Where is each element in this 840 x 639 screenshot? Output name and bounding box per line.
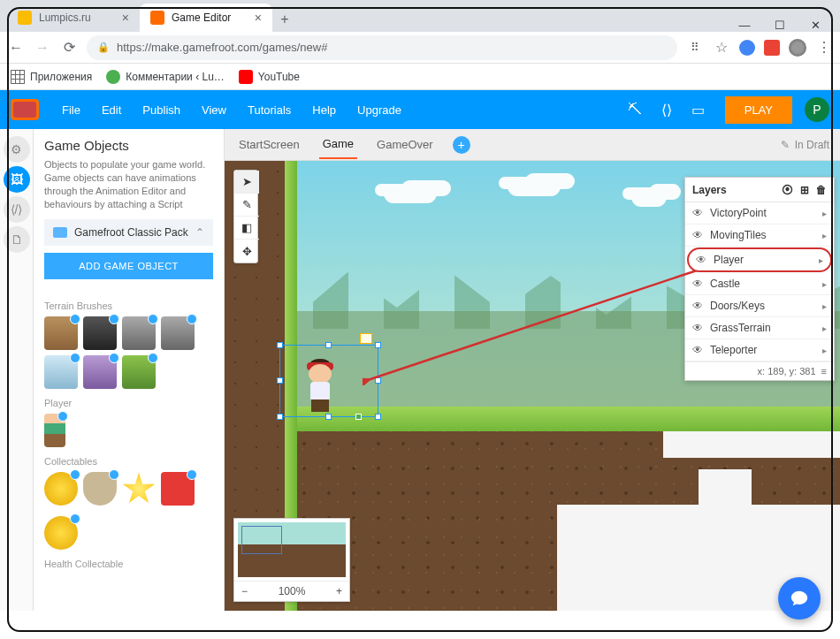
layer-row[interactable]: 👁GrassTerrain▸ — [685, 317, 834, 339]
app-header: File Edit Publish View Tutorials Help Up… — [0, 90, 840, 129]
move-tool[interactable]: ✥ — [234, 240, 259, 262]
player-sprite[interactable] — [302, 359, 339, 414]
scene-tab-game[interactable]: Game — [319, 130, 357, 159]
delete-layer-button[interactable]: 🗑 — [816, 184, 827, 196]
folder-label: Gamefroot Classic Pack — [74, 226, 188, 239]
collectable-object[interactable] — [83, 472, 117, 506]
menu-view[interactable]: View — [193, 103, 235, 117]
translate-icon[interactable]: ⠿ — [686, 39, 704, 57]
scene-tab-startscreen[interactable]: StartScreen — [235, 131, 303, 158]
visibility-icon[interactable]: 👁 — [692, 344, 703, 356]
menu-upgrade[interactable]: Upgrade — [348, 103, 410, 117]
visibility-icon[interactable]: 👁 — [692, 300, 703, 312]
layer-row[interactable]: 👁MovingTiles▸ — [685, 224, 834, 247]
panel-title: Game Objects — [44, 138, 213, 153]
menu-publish[interactable]: Publish — [134, 103, 189, 117]
profile-avatar[interactable] — [789, 39, 806, 57]
scene-tab-gameover[interactable]: GameOver — [373, 131, 437, 158]
add-scene-button[interactable]: + — [453, 136, 470, 154]
user-avatar[interactable]: P — [805, 97, 829, 122]
chat-fab[interactable] — [778, 577, 821, 620]
menu-tutorials[interactable]: Tutorials — [239, 103, 300, 117]
minimap-view[interactable] — [238, 522, 346, 577]
code-icon[interactable]: ⟨⟩ — [656, 99, 677, 120]
visibility-icon[interactable]: 👁 — [696, 254, 706, 266]
marketplace-icon[interactable]: ⛏ — [624, 99, 645, 120]
layer-row-player[interactable]: 👁Player▸ — [687, 247, 832, 272]
sidetab-settings[interactable]: ⚙ — [4, 136, 30, 163]
chevron-right-icon: ▸ — [822, 323, 827, 333]
drag-handle-icon[interactable]: ≡ — [821, 366, 827, 377]
forward-button[interactable]: → — [34, 39, 51, 57]
visibility-icon[interactable]: 👁 — [692, 322, 703, 334]
draft-status[interactable]: ✎In Draft — [781, 139, 829, 151]
window-close-button[interactable]: ✕ — [798, 19, 833, 32]
url-input[interactable]: 🔒 https://make.gamefroot.com/games/new# — [87, 35, 677, 60]
section-terrain: Terrain Brushes — [44, 300, 213, 311]
pack-folder[interactable]: Gamefroot Classic Pack — [44, 219, 213, 246]
add-game-object-button[interactable]: ADD GAME OBJECT — [44, 253, 213, 279]
layer-row[interactable]: 👁Teleporter▸ — [685, 339, 834, 361]
terrain-brush[interactable] — [44, 316, 78, 350]
extension-icon[interactable] — [764, 40, 780, 56]
visibility-icon[interactable]: 👁 — [692, 229, 703, 241]
collectable-object[interactable] — [161, 472, 195, 506]
folder-icon[interactable]: ▭ — [688, 99, 709, 120]
collectable-object[interactable] — [44, 516, 78, 550]
chevron-right-icon: ▸ — [822, 346, 827, 355]
layer-row[interactable]: 👁VictoryPoint▸ — [685, 202, 834, 224]
bookmarks-bar: Приложения Комментарии ‹ Lu… YouTube — [0, 64, 840, 90]
window-minimize-button[interactable]: — — [727, 19, 762, 32]
cloud-sprite — [384, 184, 437, 203]
folder-icon — [53, 227, 67, 238]
zoom-out-button[interactable]: − — [241, 585, 248, 597]
menu-edit[interactable]: Edit — [93, 103, 130, 117]
bookmark-item[interactable]: YouTube — [239, 70, 300, 84]
bookmark-item[interactable]: Комментарии ‹ Lu… — [106, 70, 225, 84]
collectable-object[interactable] — [122, 472, 156, 506]
sidetab-scripts[interactable]: ⟨/⟩ — [4, 196, 30, 223]
collectable-object[interactable] — [44, 472, 78, 506]
origin-marker — [360, 333, 372, 344]
terrain-brush[interactable] — [83, 316, 117, 350]
player-object[interactable] — [44, 414, 65, 447]
extension-icon[interactable] — [739, 40, 755, 56]
browser-tab-1[interactable]: Game Editor × — [140, 4, 272, 32]
sidetab-assets[interactable]: 🗋 — [4, 226, 30, 253]
brush-tool[interactable]: ✎ — [234, 194, 259, 217]
sidetab-objects[interactable]: 🖼 — [4, 166, 30, 193]
menu-file[interactable]: File — [53, 103, 89, 117]
visibility-icon[interactable]: 👁 — [692, 207, 703, 219]
layer-row[interactable]: 👁Castle▸ — [685, 273, 834, 295]
reload-button[interactable]: ⟳ — [60, 39, 78, 57]
terrain-brush[interactable] — [83, 355, 117, 389]
eraser-tool[interactable]: ◧ — [234, 217, 259, 240]
section-player: Player — [44, 398, 213, 408]
scene-tabs: StartScreen Game GameOver + ✎In Draft — [225, 129, 840, 161]
terrain-brush[interactable] — [122, 316, 156, 350]
menu-icon[interactable]: ⋮ — [815, 39, 833, 57]
back-button[interactable]: ← — [7, 39, 25, 57]
terrain-brush[interactable] — [161, 316, 195, 350]
window-maximize-button[interactable]: ☐ — [762, 19, 798, 32]
zoom-in-button[interactable]: + — [336, 585, 342, 597]
visibility-icon[interactable]: 👁 — [692, 278, 703, 290]
play-button[interactable]: PLAY — [725, 96, 792, 124]
menu-help[interactable]: Help — [303, 103, 345, 117]
star-icon[interactable]: ☆ — [713, 39, 730, 57]
terrain-brush[interactable] — [44, 355, 78, 389]
terrain-brush[interactable] — [122, 355, 156, 389]
add-layer-button[interactable]: ⊞ — [800, 184, 809, 196]
cloud-sprite — [631, 187, 667, 207]
target-icon[interactable]: ⦿ — [782, 183, 793, 196]
close-icon[interactable]: × — [122, 11, 129, 25]
browser-tab-0[interactable]: Lumpics.ru × — [7, 4, 140, 32]
layers-panel: Layers ⦿ ⊞ 🗑 👁VictoryPoint▸ 👁MovingTiles… — [684, 177, 835, 381]
new-tab-button[interactable]: + — [272, 7, 297, 32]
apps-shortcut[interactable]: Приложения — [11, 70, 92, 84]
app-logo[interactable] — [11, 99, 39, 120]
layer-row[interactable]: 👁Doors/Keys▸ — [685, 295, 834, 317]
select-tool[interactable]: ➤ — [234, 171, 259, 194]
selection-box[interactable] — [279, 345, 378, 417]
close-icon[interactable]: × — [255, 11, 262, 25]
